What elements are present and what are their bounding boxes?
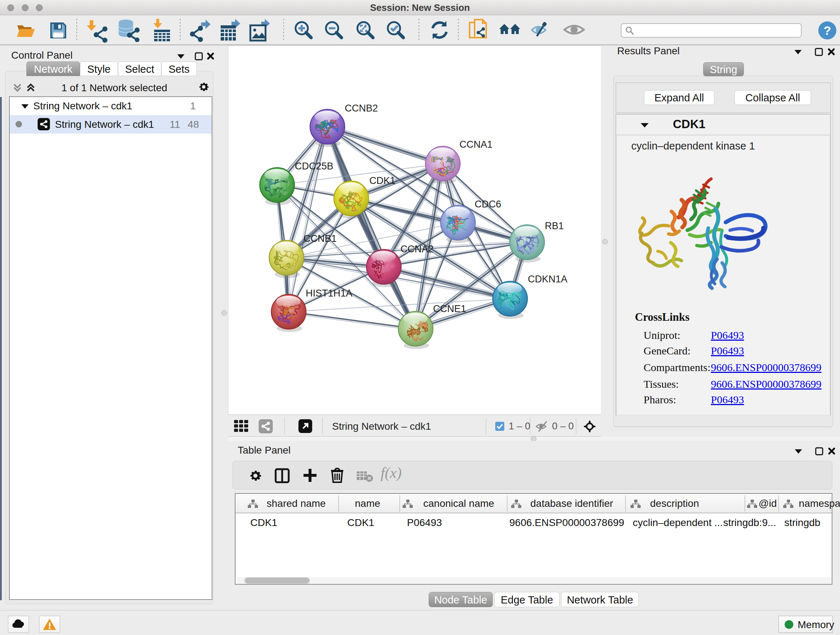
svg-text:HIST1H1A: HIST1H1A bbox=[306, 288, 352, 299]
svg-text:RB1: RB1 bbox=[545, 220, 564, 231]
svg-text:CDC6: CDC6 bbox=[475, 199, 501, 210]
svg-text:CDKN1A: CDKN1A bbox=[528, 274, 568, 285]
svg-text:CCNB2: CCNB2 bbox=[345, 103, 378, 114]
svg-text:CDK1: CDK1 bbox=[369, 175, 395, 186]
svg-text:CCNA1: CCNA1 bbox=[459, 139, 493, 150]
svg-text:CDC25B: CDC25B bbox=[295, 161, 333, 172]
svg-text:CCNE1: CCNE1 bbox=[433, 303, 466, 314]
svg-text:CCNB1: CCNB1 bbox=[303, 233, 337, 244]
svg-text:CCNA2: CCNA2 bbox=[401, 244, 434, 255]
